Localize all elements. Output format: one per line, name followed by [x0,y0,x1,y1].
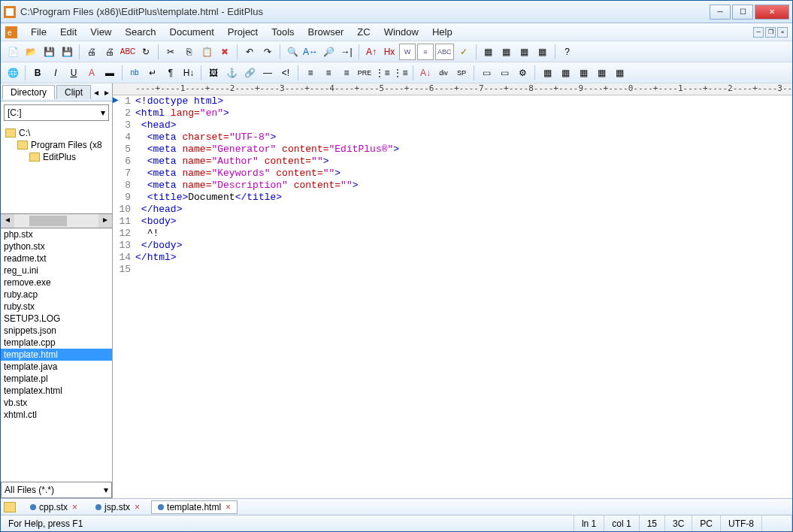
minimize-button[interactable]: ─ [710,5,731,20]
table-icon[interactable]: ▦ [539,65,555,81]
close-tab-icon[interactable]: × [225,502,231,512]
file-item[interactable]: python.stx [1,240,112,252]
menu-search[interactable]: Search [119,25,162,39]
underline-icon[interactable]: U [65,65,82,81]
replace-icon[interactable]: A↔ [302,44,319,60]
print-icon[interactable]: 🖨 [83,44,100,60]
scroll-left-icon[interactable]: ◂ [1,214,14,228]
comment-icon[interactable]: <! [277,65,294,81]
paste-icon[interactable]: 📋 [198,44,215,60]
frame-icon[interactable]: ▦ [593,65,610,81]
mdi-minimize-icon[interactable]: ─ [753,27,764,38]
menu-zc[interactable]: ZC [351,25,376,39]
pre-icon[interactable]: PRE [356,65,373,81]
file-item[interactable]: readme.txt [1,252,112,264]
browser-icon[interactable]: 🌐 [5,65,21,81]
align-right-icon[interactable]: ≡ [338,65,355,81]
br-icon[interactable]: ↵ [144,65,161,81]
menu-edit[interactable]: Edit [54,25,83,39]
tree-item[interactable]: Program Files (x8 [2,139,110,151]
file-item[interactable]: template.cpp [1,337,112,349]
save-icon[interactable]: 💾 [41,44,57,60]
file-item[interactable]: remove.exe [1,277,112,289]
scroll-thumb[interactable] [29,216,67,226]
align-center-icon[interactable]: ≡ [320,65,337,81]
close-tab-icon[interactable]: × [135,502,140,512]
mdi-restore-icon[interactable]: ❐ [765,27,776,38]
nbsp-icon[interactable]: nb [126,65,143,81]
menu-window[interactable]: Window [378,25,425,39]
print-preview-icon[interactable]: 🖨 [101,44,118,60]
image-icon[interactable]: 🖼 [205,65,222,81]
menu-view[interactable]: View [84,25,117,39]
form-icon[interactable]: ▭ [478,65,495,81]
file-item[interactable]: reg_u.ini [1,264,112,277]
list-icon[interactable]: ⋮≡ [374,65,391,81]
link-icon[interactable]: 🔗 [241,65,258,81]
file-item[interactable]: xhtml.ctl [1,409,112,421]
open-file-icon[interactable]: 📂 [23,44,39,60]
file-filter[interactable]: All Files (*.*) ▾ [1,482,112,498]
cut-icon[interactable]: ✂ [162,44,179,60]
window-tile-icon[interactable]: ▦ [480,44,497,60]
folder-icon[interactable] [4,502,16,512]
file-item[interactable]: templatex.html [1,385,112,397]
bold-icon[interactable]: B [29,65,46,81]
table-cell-icon[interactable]: ▦ [575,65,592,81]
tab-next-icon[interactable]: ▸ [101,87,112,98]
dropdown-icon[interactable]: ▾ [101,107,105,118]
doc-tab[interactable]: cpp.stx× [23,500,84,514]
save-all-icon[interactable]: 💾 [59,44,75,60]
tree-item[interactable]: EditPlus [2,151,110,163]
menu-browser[interactable]: Browser [302,25,350,39]
close-button[interactable]: ✕ [755,5,789,20]
copy-icon[interactable]: ⎘ [180,44,197,60]
file-item[interactable]: ruby.acp [1,289,112,301]
anchor-icon[interactable]: ⚓ [223,65,240,81]
find-icon[interactable]: 🔍 [284,44,301,60]
highlight-icon[interactable]: ▬ [101,65,118,81]
spell-check-icon[interactable]: ABC [120,44,136,60]
close-tab-icon[interactable]: × [72,502,77,512]
new-file-icon[interactable]: 📄 [5,44,21,60]
font-tag-icon[interactable]: A↓ [417,65,434,81]
window-split-icon[interactable]: ▦ [516,44,533,60]
italic-icon[interactable]: I [47,65,64,81]
font-increase-icon[interactable]: A↑ [363,44,380,60]
file-list[interactable]: php.stxpython.stxreadme.txtreg_u.iniremo… [1,228,112,482]
file-item[interactable]: vb.stx [1,397,112,409]
hex-icon[interactable]: Hx [381,44,398,60]
span-icon[interactable]: SP [453,65,470,81]
object-icon[interactable]: ▦ [611,65,628,81]
maximize-button[interactable]: ☐ [732,5,753,20]
file-item[interactable]: SETUP3.LOG [1,313,112,325]
drive-selector[interactable]: [C:] ▾ [4,104,109,121]
dropdown-icon[interactable]: ▾ [104,485,108,495]
table-row-icon[interactable]: ▦ [557,65,574,81]
hr-icon[interactable]: — [259,65,276,81]
mdi-close-icon[interactable]: × [777,27,788,38]
doc-tab[interactable]: jsp.stx× [89,500,147,514]
find-in-files-icon[interactable]: 🔎 [320,44,337,60]
list2-icon[interactable]: ⋮≡ [392,65,409,81]
undo-icon[interactable]: ↶ [241,44,258,60]
linenum-button[interactable]: ≡ [417,44,434,60]
menu-file[interactable]: File [25,25,53,39]
heading-icon[interactable]: H↓ [180,65,197,81]
file-item[interactable]: template.pl [1,373,112,385]
help-icon[interactable]: ? [559,44,576,60]
file-item[interactable]: php.stx [1,228,112,240]
p-icon[interactable]: ¶ [162,65,179,81]
refresh-icon[interactable]: ↻ [138,44,154,60]
check-icon[interactable]: ✓ [456,44,472,60]
file-item[interactable]: template.html [1,349,112,361]
window-cascade-icon[interactable]: ▦ [498,44,515,60]
menu-project[interactable]: Project [222,25,264,39]
tree-scrollbar[interactable]: ◂ ▸ [1,214,112,228]
scroll-right-icon[interactable]: ▸ [98,214,112,228]
folder-tree[interactable]: C:\Program Files (x8EditPlus [1,124,112,214]
file-item[interactable]: ruby.stx [1,301,112,313]
font-color-icon[interactable]: A [83,65,100,81]
tab-prev-icon[interactable]: ◂ [91,87,101,98]
menu-tools[interactable]: Tools [265,25,300,39]
